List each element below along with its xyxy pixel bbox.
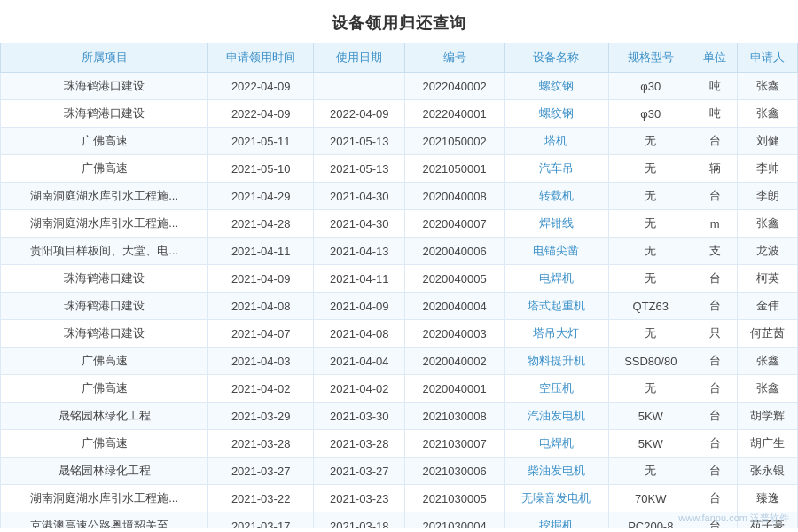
- cell-number: 2020040001: [405, 375, 504, 403]
- cell-applicant: 张永银: [738, 458, 798, 485]
- cell-spec: 5KW: [609, 430, 692, 458]
- cell-project: 广佛高速: [1, 128, 208, 155]
- cell-number: 2021030005: [405, 485, 504, 512]
- cell-device[interactable]: 电焊机: [504, 430, 609, 458]
- table-row: 广佛高速2021-04-032021-04-042020040002物料提升机S…: [1, 348, 798, 375]
- cell-use_date: [313, 73, 405, 100]
- cell-device[interactable]: 塔式起重机: [504, 293, 609, 320]
- cell-number: 2020040003: [405, 320, 504, 348]
- cell-unit: 台: [692, 458, 738, 485]
- cell-apply_date: 2021-04-09: [208, 265, 314, 293]
- cell-spec: 无: [609, 320, 692, 348]
- cell-apply_date: 2021-03-29: [208, 403, 314, 430]
- cell-applicant: 苑子豪: [738, 512, 798, 529]
- table-body: 珠海鹤港口建设2022-04-092022040002螺纹钢φ30吨张鑫珠海鹤港…: [1, 73, 798, 529]
- table-row: 珠海鹤港口建设2022-04-092022040002螺纹钢φ30吨张鑫: [1, 73, 798, 100]
- cell-use_date: 2021-03-18: [313, 512, 405, 529]
- cell-apply_date: 2021-03-28: [208, 430, 314, 458]
- cell-device[interactable]: 汽车吊: [504, 155, 609, 183]
- cell-number: 2022040002: [405, 73, 504, 100]
- cell-spec: 无: [609, 155, 692, 183]
- cell-apply_date: 2021-04-29: [208, 183, 314, 210]
- cell-apply_date: 2021-04-03: [208, 348, 314, 375]
- cell-spec: 无: [609, 375, 692, 403]
- cell-apply_date: 2022-04-09: [208, 73, 314, 100]
- cell-unit: 台: [692, 430, 738, 458]
- cell-apply_date: 2022-04-09: [208, 100, 314, 128]
- cell-project: 广佛高速: [1, 430, 208, 458]
- cell-spec: 无: [609, 458, 692, 485]
- cell-use_date: 2021-03-27: [313, 458, 405, 485]
- cell-unit: 台: [692, 348, 738, 375]
- cell-spec: 70KW: [609, 485, 692, 512]
- cell-apply_date: 2021-04-08: [208, 293, 314, 320]
- cell-apply_date: 2021-05-11: [208, 128, 314, 155]
- cell-applicant: 柯英: [738, 265, 798, 293]
- cell-device[interactable]: 无噪音发电机: [504, 485, 609, 512]
- table-row: 珠海鹤港口建设2021-04-092021-04-112020040005电焊机…: [1, 265, 798, 293]
- cell-use_date: 2021-04-04: [313, 348, 405, 375]
- cell-apply_date: 2021-05-10: [208, 155, 314, 183]
- page-title: 设备领用归还查询: [0, 0, 798, 43]
- cell-applicant: 张鑫: [738, 73, 798, 100]
- cell-number: 2020040007: [405, 210, 504, 238]
- table-row: 湖南洞庭湖水库引水工程施...2021-04-292021-04-3020200…: [1, 183, 798, 210]
- cell-spec: 无: [609, 128, 692, 155]
- cell-project: 珠海鹤港口建设: [1, 293, 208, 320]
- table-row: 湖南洞庭湖水库引水工程施...2021-03-222021-03-2320210…: [1, 485, 798, 512]
- cell-device[interactable]: 塔机: [504, 128, 609, 155]
- cell-unit: 吨: [692, 73, 738, 100]
- cell-project: 晟铭园林绿化工程: [1, 403, 208, 430]
- cell-number: 2021030008: [405, 403, 504, 430]
- cell-device[interactable]: 螺纹钢: [504, 73, 609, 100]
- cell-applicant: 张鑫: [738, 348, 798, 375]
- cell-device[interactable]: 塔吊大灯: [504, 320, 609, 348]
- cell-unit: 台: [692, 265, 738, 293]
- cell-device[interactable]: 转载机: [504, 183, 609, 210]
- cell-project: 湖南洞庭湖水库引水工程施...: [1, 183, 208, 210]
- cell-project: 贵阳项目样板间、大堂、电...: [1, 238, 208, 265]
- cell-unit: 支: [692, 238, 738, 265]
- col-header-7: 申请人: [738, 43, 798, 73]
- table-row: 京港澳高速公路粤境韶关至...2021-03-172021-03-1820210…: [1, 512, 798, 529]
- cell-applicant: 臻逸: [738, 485, 798, 512]
- cell-device[interactable]: 焊钳线: [504, 210, 609, 238]
- cell-project: 珠海鹤港口建设: [1, 265, 208, 293]
- table-row: 广佛高速2021-04-022021-04-022020040001空压机无台张…: [1, 375, 798, 403]
- cell-spec: SSD80/80: [609, 348, 692, 375]
- col-header-2: 使用日期: [313, 43, 405, 73]
- cell-project: 广佛高速: [1, 348, 208, 375]
- cell-number: 2021050002: [405, 128, 504, 155]
- table-row: 珠海鹤港口建设2021-04-082021-04-092020040004塔式起…: [1, 293, 798, 320]
- cell-apply_date: 2021-04-07: [208, 320, 314, 348]
- cell-spec: PC200-8: [609, 512, 692, 529]
- cell-unit: 台: [692, 485, 738, 512]
- cell-device[interactable]: 电焊机: [504, 265, 609, 293]
- cell-device[interactable]: 物料提升机: [504, 348, 609, 375]
- col-header-5: 规格型号: [609, 43, 692, 73]
- cell-use_date: 2021-04-09: [313, 293, 405, 320]
- cell-device[interactable]: 空压机: [504, 375, 609, 403]
- cell-number: 2020040004: [405, 293, 504, 320]
- table-row: 贵阳项目样板间、大堂、电...2021-04-112021-04-1320200…: [1, 238, 798, 265]
- cell-applicant: 李朗: [738, 183, 798, 210]
- cell-applicant: 金伟: [738, 293, 798, 320]
- cell-device[interactable]: 汽油发电机: [504, 403, 609, 430]
- cell-number: 2021050001: [405, 155, 504, 183]
- cell-device[interactable]: 螺纹钢: [504, 100, 609, 128]
- cell-number: 2020040006: [405, 238, 504, 265]
- cell-applicant: 胡学辉: [738, 403, 798, 430]
- cell-project: 晟铭园林绿化工程: [1, 458, 208, 485]
- table-row: 广佛高速2021-03-282021-03-282021030007电焊机5KW…: [1, 430, 798, 458]
- table-row: 晟铭园林绿化工程2021-03-292021-03-302021030008汽油…: [1, 403, 798, 430]
- cell-use_date: 2021-05-13: [313, 155, 405, 183]
- cell-apply_date: 2021-04-11: [208, 238, 314, 265]
- cell-device[interactable]: 电锚尖凿: [504, 238, 609, 265]
- cell-device[interactable]: 柴油发电机: [504, 458, 609, 485]
- cell-number: 2021030006: [405, 458, 504, 485]
- cell-device[interactable]: 挖掘机: [504, 512, 609, 529]
- cell-unit: 台: [692, 293, 738, 320]
- col-header-0: 所属项目: [1, 43, 208, 73]
- cell-use_date: 2021-04-13: [313, 238, 405, 265]
- cell-unit: 台: [692, 375, 738, 403]
